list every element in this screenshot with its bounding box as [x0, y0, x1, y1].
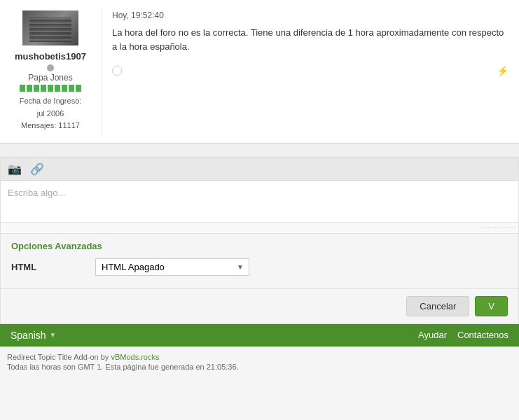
post-section: mushobetis1907 Papa Jones Fecha de Ingre…	[0, 0, 519, 144]
bottom-line1: Redirect Topic Title Add-on by vBMods.ro…	[7, 353, 512, 361]
join-date: jul 2006	[37, 109, 64, 118]
addon-link[interactable]: vBMods.rocks	[111, 353, 159, 361]
camera-icon[interactable]: 📷	[8, 162, 22, 176]
reply-toolbar: 📷 🔗	[1, 158, 518, 181]
advanced-options: Opciones Avanzadas HTML HTML Apagado HTM…	[1, 234, 518, 288]
rep-block-2	[27, 85, 32, 92]
language-selector-label: Spanish	[11, 330, 46, 341]
resize-handle[interactable]: ⋯⋯⋯⋯⋯	[1, 223, 518, 234]
user-info-panel: mushobetis1907 Papa Jones Fecha de Ingre…	[0, 7, 102, 136]
reply-placeholder: Escriba algo...	[8, 188, 511, 198]
rep-block-7	[62, 85, 67, 92]
rep-block-4	[41, 85, 46, 92]
circle-icon	[112, 66, 122, 76]
bottom-line2: Todas las horas son GMT 1. Esta página f…	[7, 363, 512, 371]
cancel-button[interactable]: Cancelar	[406, 296, 469, 316]
footer-bar: Spanish ▼ Ayudar Contáctenos	[0, 324, 519, 346]
rep-block-6	[55, 85, 60, 92]
section-spacer	[0, 144, 519, 158]
post-footer: ⚡	[112, 62, 508, 76]
addon-text-prefix: Redirect Topic Title Add-on by	[7, 353, 111, 361]
language-dropdown-arrow[interactable]: ▼	[50, 331, 57, 339]
action-buttons: Cancelar V	[1, 288, 518, 323]
advanced-options-title: Opciones Avanzadas	[11, 241, 508, 251]
reply-input-area[interactable]: Escriba algo...	[1, 181, 518, 223]
resize-dots: ⋯⋯⋯⋯⋯	[480, 224, 515, 232]
messages-label: Mensajes:	[21, 121, 56, 130]
lightning-icon: ⚡	[497, 65, 508, 76]
html-label: HTML	[11, 262, 95, 272]
rep-block-9	[76, 85, 81, 92]
avatar	[22, 10, 78, 46]
user-meta: Fecha de Ingreso: jul 2006 Mensajes: 111…	[7, 95, 94, 132]
reply-area: 📷 🔗 Escriba algo... ⋯⋯⋯⋯⋯ Opciones Avanz…	[0, 158, 519, 324]
rep-block-5	[48, 85, 53, 92]
html-select[interactable]: HTML Apagado HTML Encendido	[95, 258, 249, 276]
post-body: La hora del foro no es la correcta. Tien…	[112, 26, 508, 53]
html-option-row: HTML HTML Apagado HTML Encendido	[11, 258, 508, 276]
post-footer-right: ⚡	[497, 65, 508, 76]
post-footer-left	[112, 66, 122, 76]
user-reputation-bar	[7, 85, 94, 92]
rep-block-3	[34, 85, 39, 92]
post-content: Hoy, 19:52:40 La hora del foro no es la …	[102, 7, 519, 136]
link-icon[interactable]: 🔗	[30, 162, 44, 176]
footer-right: Ayudar Contáctenos	[418, 330, 508, 340]
contact-link[interactable]: Contáctenos	[457, 330, 508, 340]
rep-block-8	[69, 85, 74, 92]
join-label: Fecha de Ingreso:	[20, 97, 82, 105]
rep-block-1	[20, 85, 25, 92]
messages-count: 11117	[58, 121, 80, 130]
username: mushobetis1907	[7, 51, 94, 62]
user-status-indicator	[47, 64, 54, 71]
footer-left: Spanish ▼	[11, 330, 57, 341]
post-timestamp: Hoy, 19:52:40	[112, 10, 508, 20]
bottom-info: Redirect Topic Title Add-on by vBMods.ro…	[0, 346, 519, 377]
user-role: Papa Jones	[7, 73, 94, 83]
html-select-wrapper: HTML Apagado HTML Encendido	[95, 258, 249, 276]
help-link[interactable]: Ayudar	[418, 330, 447, 340]
submit-button[interactable]: V	[475, 296, 508, 316]
